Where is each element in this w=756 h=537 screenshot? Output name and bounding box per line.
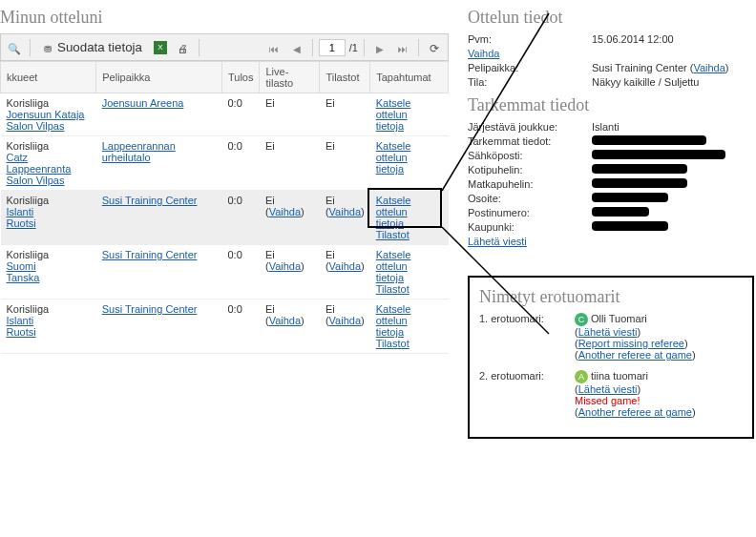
view-match-link[interactable]: tietoja: [376, 120, 404, 132]
league-name: Korisliiga: [7, 303, 50, 315]
venue-link[interactable]: Susi Training Center: [102, 303, 198, 315]
redacted: [592, 135, 706, 145]
live-change-link[interactable]: Vaihda: [269, 260, 301, 272]
live-change-link[interactable]: Vaihda: [269, 315, 301, 326]
view-match-link[interactable]: tietoja: [376, 163, 404, 175]
ref2-another-link[interactable]: Another referee at game: [578, 406, 692, 418]
stats-change-link[interactable]: Vaihda: [329, 206, 361, 217]
ref2-name: tiina tuomari: [591, 370, 648, 382]
toolbar: Suodata tietoja X /1: [0, 33, 449, 61]
events-cell: Katsele otteluntietojaTilastot: [370, 191, 449, 245]
team-link[interactable]: Catz Lappeenranta: [7, 152, 91, 175]
ref1-badge-icon: C: [575, 313, 588, 326]
table-row[interactable]: KorisliigaCatz LappeenrantaSalon VilpasL…: [1, 136, 449, 191]
stats-link[interactable]: Tilastot: [376, 283, 410, 295]
team-link[interactable]: Joensuun Kataja: [7, 109, 91, 120]
page-total: /1: [349, 42, 358, 53]
separator: [418, 39, 419, 56]
stats-cell: Ei(Vaihda): [320, 245, 370, 299]
xls-icon: X: [154, 41, 167, 54]
redacted: [592, 193, 668, 202]
email-label: Sähköposti:: [468, 150, 592, 161]
table-row[interactable]: KorisliigaSuomiTanskaSusi Training Cente…: [1, 245, 449, 299]
filter-label: Suodata tietoja: [57, 40, 142, 54]
view-match-link[interactable]: Katsele ottelun: [376, 195, 411, 217]
pvm-label: Pvm:: [468, 33, 592, 45]
mobile-label: Matkapuhelin:: [468, 178, 592, 190]
page-input[interactable]: [319, 39, 346, 56]
team-link[interactable]: Salon Vilpas: [7, 175, 91, 186]
refresh-button[interactable]: [425, 38, 444, 57]
ref1-send-link[interactable]: Lähetä viesti: [578, 326, 638, 338]
view-match-link[interactable]: Katsele ottelun: [376, 140, 411, 163]
team-link[interactable]: Ruotsi: [7, 217, 91, 229]
live-cell: Ei: [260, 93, 320, 136]
address-label: Osoite:: [468, 193, 592, 204]
redacted: [592, 207, 649, 217]
organizer-label: Järjestävä joukkue:: [468, 121, 592, 133]
view-match-link[interactable]: tietoja: [376, 326, 404, 338]
separator: [30, 39, 31, 56]
send-message-link[interactable]: Lähetä viesti: [468, 236, 527, 247]
team-link[interactable]: Salon Vilpas: [7, 120, 91, 132]
col-venue[interactable]: Pelipaikka: [96, 62, 222, 93]
live-cell: Ei(Vaihda): [260, 191, 320, 245]
live-cell: Ei: [260, 136, 320, 191]
page-first-button[interactable]: [264, 38, 284, 57]
change-date-link[interactable]: Vaihda: [468, 48, 499, 59]
my-matches-title: Minun otteluni: [0, 8, 449, 28]
league-name: Korisliiga: [7, 195, 50, 206]
venue-value: Susi Training Center: [592, 62, 687, 73]
live-cell: Ei(Vaihda): [260, 245, 320, 299]
search-icon: [8, 41, 21, 54]
search-button[interactable]: [5, 38, 24, 57]
view-match-link[interactable]: Katsele ottelun: [376, 303, 411, 326]
table-row[interactable]: KorisliigaIslantiRuotsiSusi Training Cen…: [1, 191, 449, 245]
ref1-label: 1. erotuomari:: [479, 313, 575, 361]
export-xls-button[interactable]: X: [151, 38, 170, 57]
page-last-button[interactable]: [393, 38, 412, 57]
view-match-link[interactable]: tietoja: [376, 217, 404, 229]
events-cell: Katsele otteluntietojaTilastot: [370, 245, 449, 299]
venue-link[interactable]: Susi Training Center: [102, 249, 198, 260]
team-link[interactable]: Islanti: [7, 315, 91, 326]
filter-button[interactable]: Suodata tietoja: [36, 37, 147, 57]
stats-change-link[interactable]: Vaihda: [329, 315, 361, 326]
stats-link[interactable]: Tilastot: [376, 229, 410, 240]
col-live[interactable]: Live-tilasto: [260, 62, 320, 93]
next-icon: [373, 41, 387, 54]
table-row[interactable]: KorisliigaJoensuun KatajaSalon VilpasJoe…: [1, 93, 449, 136]
live-change-link[interactable]: Vaihda: [269, 206, 301, 217]
col-teams[interactable]: kkueet: [1, 62, 96, 93]
ref1-report-link[interactable]: Report missing referee: [578, 338, 684, 349]
col-score[interactable]: Tulos: [221, 62, 260, 93]
view-match-link[interactable]: tietoja: [376, 272, 404, 283]
view-match-link[interactable]: Katsele ottelun: [376, 249, 411, 272]
stats-cell: Ei(Vaihda): [320, 191, 370, 245]
view-match-link[interactable]: Katsele ottelun: [376, 97, 411, 120]
venue-link[interactable]: Susi Training Center: [102, 195, 198, 206]
print-button[interactable]: [174, 38, 193, 57]
referees-title: Nimetyt erotuomarit: [479, 287, 743, 307]
col-stats[interactable]: Tilastot: [320, 62, 370, 93]
col-events[interactable]: Tapahtumat: [370, 62, 449, 93]
redacted: [592, 150, 725, 159]
team-link[interactable]: Suomi: [7, 260, 91, 272]
stats-cell: Ei: [320, 136, 370, 191]
venue-link[interactable]: Lappeenrannan urheilutalo: [102, 140, 176, 163]
team-link[interactable]: Ruotsi: [7, 326, 91, 338]
team-link[interactable]: Tanska: [7, 272, 91, 283]
team-link[interactable]: Islanti: [7, 206, 91, 217]
ref2-send-link[interactable]: Lähetä viesti: [578, 383, 638, 395]
table-row[interactable]: KorisliigaIslantiRuotsiSusi Training Cen…: [1, 299, 449, 354]
page-next-button[interactable]: [370, 38, 389, 57]
venue-link[interactable]: Joensuun Areena: [102, 97, 184, 109]
stats-change-link[interactable]: Vaihda: [329, 260, 361, 272]
refresh-icon: [428, 41, 441, 54]
filter-icon: [41, 41, 54, 54]
stats-link[interactable]: Tilastot: [376, 338, 410, 349]
ref1-another-link[interactable]: Another referee at game: [578, 349, 692, 361]
page-prev-button[interactable]: [287, 38, 306, 57]
venue-label: Pelipaikka:: [468, 62, 592, 73]
change-venue-link[interactable]: Vaihda: [693, 62, 724, 73]
